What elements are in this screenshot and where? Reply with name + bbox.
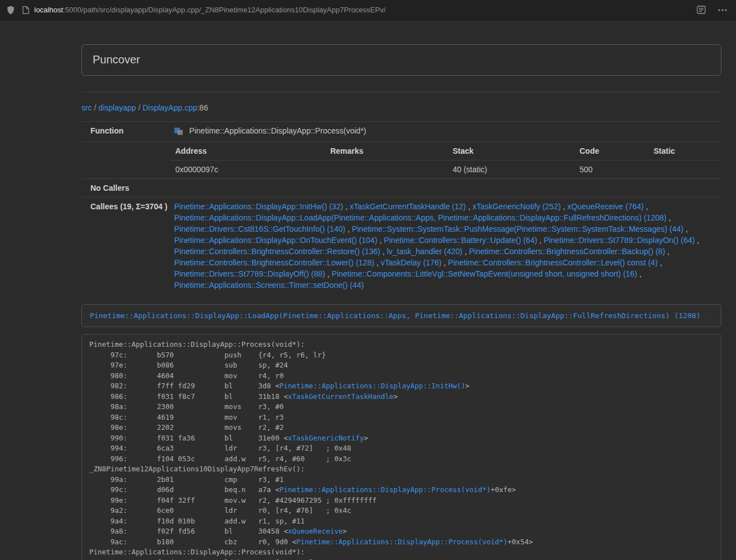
url-text: localhost:5000/path/src/displayapp/Displ… [34,6,386,14]
callee-link[interactable]: Pinetime::Drivers::Cst816S::GetTouchInfo… [174,224,345,233]
column-header-address: Address [170,142,324,160]
callees-row: Callees (19, Σ=3704 ) Pinetime::Applicat… [81,198,721,295]
function-row-label: Function [81,122,170,142]
callee-link[interactable]: Pinetime::Drivers::St7789::DisplayOn() (… [544,236,695,245]
selected-symbol-link[interactable]: Pinetime::Applications::DisplayApp::Load… [90,311,701,320]
callee-link[interactable]: Pinetime::Controllers::BrightnessControl… [174,247,380,256]
code-line: 982: f7ff fd29 bl 3d8 <Pinetime::Applica… [89,381,714,392]
breadcrumb-line-number: :86 [197,103,208,112]
code-line: 9a4: f10d 010b add.w r1, sp, #11 [89,516,714,527]
callee-link[interactable]: Pinetime::Controllers::BrightnessControl… [174,258,374,267]
callee-separator: , [325,269,332,278]
callee-separator: , [644,202,648,211]
code-line: 97e: b086 sub sp, #24 [89,360,714,371]
code-line: 9ac: b180 cbz r0, 9d0 <Pinetime::Applica… [89,537,714,548]
stats-table: Address Remarks Stack Code Static 0x0000… [170,142,721,178]
main-content: Puncover src / displayapp / DisplayApp.c… [81,44,721,560]
app-title-panel: Puncover [81,44,721,76]
address-bar[interactable]: localhost:5000/path/src/displayapp/Displ… [22,6,697,14]
code-symbol-link[interactable]: Pinetime::Applications::DisplayApp::Proc… [296,538,508,546]
code-line: 990: f031 fa36 bl 31e00 <xTaskGenericNot… [89,433,714,444]
code-line: 996: f104 053c add.w r5, r4, #60 ; 0x3c [89,454,714,465]
stats-row-label [81,142,170,179]
code-line: 98e: 2202 movs r2, #2 [89,423,714,433]
code-line: Pinetime::Applications::DisplayApp::Proc… [89,547,714,558]
breadcrumb: src / displayapp / DisplayApp.cpp:86 [81,103,721,112]
column-header-remarks: Remarks [324,142,447,160]
breadcrumb-link[interactable]: displayapp [98,103,136,112]
code-symbol-link[interactable]: Pinetime::Applications::DisplayApp::Init… [280,382,465,390]
code-size-value: 500 [574,160,648,179]
menu-kebab-icon[interactable] [718,9,727,11]
code-line: 994: 6ca3 ldr r3, [r4, #72] ; 0x48 [89,443,714,454]
no-callers-label: No Callers [81,179,170,198]
callee-link[interactable]: Pinetime::Controllers::Battery::Update()… [384,236,537,245]
callee-separator: , [658,258,662,267]
callee-link[interactable]: Pinetime::Applications::Screens::Timer::… [174,281,364,290]
callee-separator: , [463,247,469,256]
callee-link[interactable]: Pinetime::System::SystemTask::PushMessag… [352,224,684,233]
callee-separator: , [466,202,473,211]
divider [81,91,721,92]
code-line: 986: f031 f8c7 bl 31b18 <xTaskGetCurrent… [89,392,714,402]
column-header-stack: Stack [447,142,574,160]
callee-link[interactable]: xQueueReceive (764) [568,202,644,211]
url-path: :5000/path/src/displayapp/DisplayApp.cpp… [63,6,386,14]
code-line: 98c: 4619 mov r1, r3 [89,412,714,423]
shield-icon[interactable] [7,6,15,15]
callee-link[interactable]: xTaskGenericNotify (252) [473,202,561,211]
function-icon [174,126,183,138]
page-icon [22,6,29,14]
code-line: 99a: 2b01 cmp r3, #1 [89,475,714,485]
callee-link[interactable]: vTaskDelay (176) [381,258,441,267]
toolbar-actions [697,6,729,14]
callee-link[interactable]: Pinetime::Applications::DisplayApp::OnTo… [174,236,377,245]
code-line: 98a: 2300 movs r3, #0 [89,402,714,412]
code-line: 9ae: f89d 300b ldrb.w r3, [sp, #11] [89,558,714,560]
code-line: 9a8: f02f fd56 bl 30458 <xQueueReceive> [89,526,714,537]
code-line: 97c: b570 push {r4, r5, r6, lr} [89,350,714,361]
stats-row: Address Remarks Stack Code Static 0x0000… [81,142,721,179]
symbol-detail-table: Function Pinetime::Applications::Display… [81,121,721,294]
callee-link[interactable]: Pinetime::Drivers::St7789::DisplayOff() … [174,269,325,278]
breadcrumb-link[interactable]: DisplayApp.cpp [143,103,197,112]
code-line: 9a2: 6ce0 ldr r0, [r4, #76] ; 0x4c [89,506,714,516]
code-symbol-link[interactable]: xTaskGetCurrentTaskHandle [288,392,394,401]
reader-view-icon[interactable] [697,6,706,14]
code-line: _ZN8Pinetime12Applications10DisplayApp7R… [89,464,714,475]
url-host: localhost [34,6,63,14]
column-header-code: Code [574,142,648,160]
code-line: 980: 4604 mov r4, r0 [89,371,714,382]
static-value [648,160,721,179]
callee-separator: , [441,258,448,267]
callee-link[interactable]: xTaskGetCurrentTaskHandle (12) [350,202,466,211]
callees-label: Callees (19, Σ=3704 ) [81,198,170,295]
callee-link[interactable]: Pinetime::Applications::DisplayApp::Init… [174,202,343,211]
callee-separator: , [537,236,544,245]
address-value: 0x0000097c [170,160,324,179]
callee-separator: , [561,202,568,211]
callee-link[interactable]: Pinetime::Controllers::BrightnessControl… [469,247,665,256]
code-symbol-link[interactable]: Pinetime::Applications::DisplayApp::Proc… [280,485,491,494]
function-row: Function Pinetime::Applications::Display… [81,122,721,142]
code-symbol-link[interactable]: xQueueReceive [288,527,343,535]
callee-link[interactable]: Pinetime::Controllers::BrightnessControl… [448,258,657,267]
browser-toolbar: localhost:5000/path/src/displayapp/Displ… [0,0,736,20]
callee-separator: , [380,247,387,256]
callee-link[interactable]: Pinetime::Applications::DisplayApp::Load… [174,213,666,222]
callee-separator: , [377,236,384,245]
callee-separator: , [374,258,381,267]
callee-link[interactable]: lv_task_handler (420) [387,247,463,256]
code-symbol-link[interactable]: xTaskGenericNotify [288,434,364,442]
no-callers-row: No Callers [81,179,721,198]
function-name: Pinetime::Applications::DisplayApp::Proc… [189,126,366,135]
callee-separator: , [666,213,671,222]
disassembly-block: Pinetime::Applications::DisplayApp::Proc… [81,334,721,560]
callee-separator: , [345,224,352,233]
app-title: Puncover [93,53,140,66]
breadcrumb-separator: / [136,103,143,112]
callee-link[interactable]: Pinetime::Components::LittleVgl::SetNewT… [332,269,637,278]
breadcrumb-link[interactable]: src [81,103,92,112]
breadcrumb-separator: / [92,103,99,112]
callee-separator: , [637,269,642,278]
